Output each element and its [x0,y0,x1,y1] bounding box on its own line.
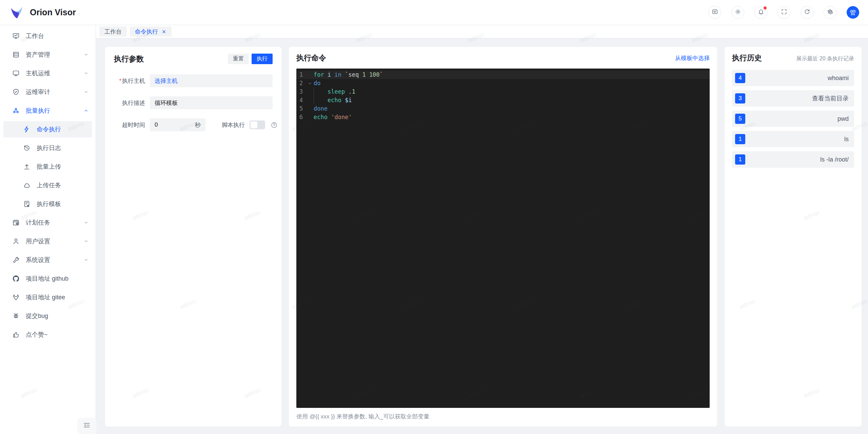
code-text: for i in `seq 1 100` [314,71,383,79]
sidebar-item-schedule[interactable]: 计划任务 [0,214,96,231]
fold-gutter [306,71,314,79]
editor-hint: 使用 @{{ xxx }} 来替换参数, 输入_可以获取全部变量 [296,413,710,420]
fold-gutter [306,113,314,121]
sidebar-item-gitee[interactable]: 项目地址 gitee [0,289,96,305]
tab-workbench[interactable]: 工作台 [99,26,127,37]
sidebar-item-github[interactable]: 项目地址 github [0,270,96,287]
select-from-template-link[interactable]: 从模板中选择 [675,54,710,62]
history-item[interactable]: 5pwd [732,111,854,127]
system-settings-icon [12,256,20,264]
tab-command-exec[interactable]: 命令执行 [130,26,172,37]
tab-label: 工作台 [104,28,122,36]
sidebar-item-exec-template[interactable]: 执行模板 [0,196,96,212]
timeout-input[interactable]: 0 秒 [150,118,205,131]
logo-v-icon [9,5,24,20]
sidebar-item-label: 批量执行 [26,107,83,115]
refresh-icon [804,8,810,16]
host-select-field[interactable]: 选择主机 [150,74,273,87]
script-exec-toggle[interactable] [250,120,265,129]
gitee-icon [12,294,20,301]
workbench-icon [12,32,20,40]
tab-close-icon[interactable] [161,29,166,34]
sidebar-item-label: 执行模板 [37,200,89,208]
notification-dot [764,6,767,10]
sidebar-item-system-settings[interactable]: 系统设置 [0,252,96,268]
user-avatar[interactable]: 管 [847,6,859,19]
theme-toggle-button[interactable] [731,6,744,19]
sidebar-item-batch-upload[interactable]: 批量上传 [0,158,96,175]
app-title: Orion Visor [30,7,76,17]
required-asterisk: * [119,78,121,84]
line-number: 6 [296,113,306,121]
sidebar-item-label: 执行日志 [37,144,89,152]
bell-icon [758,8,764,16]
timeout-unit: 秒 [195,121,201,129]
chevron-down-icon [83,89,89,95]
chevron-down-icon [83,239,89,244]
code-line-2: 2do [296,79,710,88]
fold-chevron-icon[interactable] [306,79,314,88]
sidebar: 工作台资产管理主机运维运维审计批量执行命令执行执行日志批量上传上传任务执行模板计… [0,25,96,434]
run-button[interactable]: 执行 [252,54,273,64]
sidebar-item-like[interactable]: 点个赞~ [0,326,96,343]
fold-gutter [306,105,314,113]
sidebar-item-command-exec[interactable]: 命令执行 [3,121,92,137]
line-number: 4 [296,96,306,105]
history-item[interactable]: 4whoami [732,70,854,86]
code-console-button[interactable] [708,6,721,19]
desc-input[interactable]: 循环模板 [150,96,273,109]
indent-guide [314,88,314,96]
history-item[interactable]: 1ls [732,131,854,147]
history-command-text: ls -la /root/ [745,156,849,163]
sidebar-item-batch-exec[interactable]: 批量执行 [0,102,96,119]
code-line-3: 3 sleep .1 [296,88,710,96]
sidebar-item-host-ops[interactable]: 主机运维 [0,65,96,81]
history-list: 4whoami3查看当前目录5pwd1ls1ls -la /root/ [732,70,854,168]
script-exec-label: 脚本执行 [222,121,245,129]
line-number: 1 [296,71,306,79]
code-console-icon [712,8,718,16]
history-command-text: pwd [745,115,849,122]
refresh-button[interactable] [801,6,813,19]
chevron-down-icon [83,52,89,57]
line-number: 5 [296,105,306,113]
code-line-5: 5done [296,105,710,113]
code-line-6: 6echo 'done' [296,113,710,121]
history-command-text: whoami [745,75,849,82]
settings-button[interactable] [824,6,836,19]
sidebar-item-workbench[interactable]: 工作台 [0,28,96,44]
help-icon[interactable] [271,121,278,129]
sidebar-item-label: 系统设置 [26,256,83,264]
history-command-text: 查看当前目录 [745,94,849,102]
sidebar-item-exec-log[interactable]: 执行日志 [0,140,96,156]
exec-command-panel: 执行命令 从模板中选择 1for i in `seq 1 100`2do3 sl… [289,47,717,427]
sidebar-item-assets[interactable]: 资产管理 [0,46,96,63]
sidebar-collapse-button[interactable] [77,418,96,434]
batch-exec-icon [12,107,20,114]
reset-button[interactable]: 重置 [228,54,249,64]
history-item[interactable]: 1ls -la /root/ [732,151,854,168]
sidebar-item-bug[interactable]: 提交bug [0,308,96,324]
host-ops-icon [12,70,20,77]
host-field-label: *执行主机 [114,77,145,85]
select-host-link[interactable]: 选择主机 [155,77,178,85]
chevron-down-icon [83,257,89,263]
sidebar-item-label: 项目地址 github [26,275,89,283]
sidebar-menu: 工作台资产管理主机运维运维审计批量执行命令执行执行日志批量上传上传任务执行模板计… [0,28,96,343]
notifications-button[interactable] [754,6,767,19]
sidebar-item-ops-audit[interactable]: 运维审计 [0,84,96,100]
sidebar-item-upload-task[interactable]: 上传任务 [0,177,96,193]
user-settings-icon [12,238,20,245]
sidebar-item-label: 计划任务 [26,219,83,227]
fullscreen-button[interactable] [777,6,790,19]
upload-task-icon [23,182,31,189]
fold-gutter [306,96,314,105]
app-logo: Orion Visor [9,5,76,20]
history-item[interactable]: 3查看当前目录 [732,90,854,107]
sidebar-item-user-settings[interactable]: 用户设置 [0,233,96,249]
code-editor[interactable]: 1for i in `seq 1 100`2do3 sleep .14 echo… [296,69,710,408]
sidebar-item-label: 命令执行 [37,125,85,133]
desc-field-label: 执行描述 [114,99,145,107]
tab-label: 命令执行 [135,28,158,36]
history-count-badge: 1 [735,154,745,165]
